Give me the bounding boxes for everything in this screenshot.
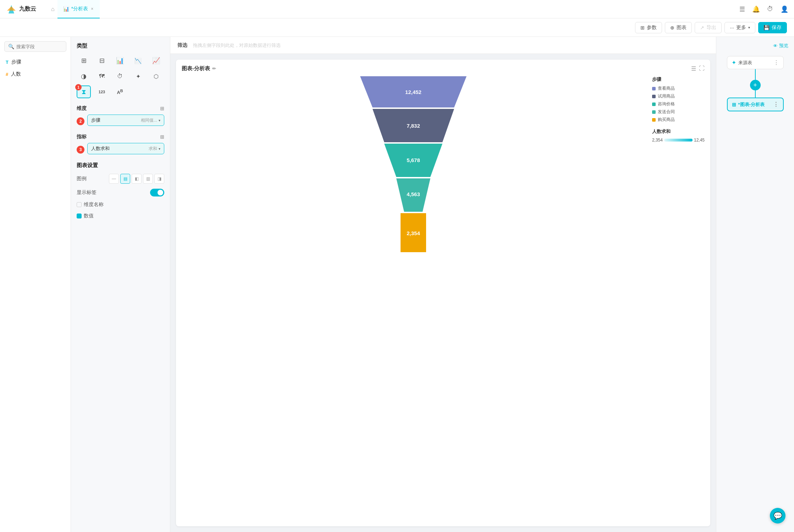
source-node[interactable]: ✦ 来源表 ⋮: [727, 56, 784, 69]
pie-icon: ◑: [81, 72, 87, 80]
svg-text:4,563: 4,563: [407, 191, 420, 197]
dim-dropdown-icon[interactable]: ▾: [159, 118, 160, 122]
chart-body: 12,452 7,832 5,678 4,563: [182, 76, 705, 261]
chart-legend: 步骤 查看商品 试用商品 咨询价格: [652, 76, 705, 143]
bell-icon[interactable]: 🔔: [752, 5, 760, 13]
legend-off-btn[interactable]: —: [109, 174, 119, 184]
source-label: 来源表: [738, 60, 752, 66]
chart-type-bubble[interactable]: ⬡: [149, 70, 163, 83]
show-label-toggle[interactable]: [150, 189, 164, 196]
bubble-icon: ⬡: [154, 73, 159, 80]
export-button[interactable]: ↗ 导出: [695, 22, 722, 33]
dim-field-agg: 相同值...: [141, 117, 157, 123]
value-checkbox[interactable]: [77, 214, 82, 218]
legend-gradient-bar: [664, 139, 693, 142]
bar-icon: 📊: [116, 57, 124, 65]
cross-table-icon: ⊟: [99, 57, 105, 65]
chart-type-bar-h[interactable]: 📉: [131, 54, 145, 67]
more-button[interactable]: ··· 更多 ▾: [724, 22, 755, 33]
filter-hint: 拖拽左侧字段到此处，对原始数据进行筛选: [193, 42, 281, 49]
metric-field-agg: 求和: [149, 146, 157, 152]
search-input[interactable]: [16, 44, 62, 49]
dimension-title: 维度: [77, 105, 87, 112]
step-badge-1: 1: [75, 84, 82, 90]
legend-top-btn[interactable]: ▤: [120, 174, 130, 184]
chat-icon: 💬: [773, 511, 782, 520]
chart-type-bar[interactable]: 📊: [113, 54, 127, 67]
legend-item-4: 购买商品: [652, 117, 705, 123]
metric-dropdown-icon[interactable]: ▾: [159, 147, 160, 151]
dimension-field-tag[interactable]: 步骤 相同值... ▾: [87, 115, 164, 126]
table-icon: ⊞: [81, 57, 87, 65]
legend-right-btn[interactable]: ◨: [154, 174, 164, 184]
field-panel: 🔍 T 步骤 # 人数: [0, 37, 71, 532]
metric-field-name: 人数求和: [91, 145, 110, 152]
search-icon: 🔍: [8, 44, 14, 49]
top-right-icons: ☰ 🔔 ⏱ 👤: [739, 5, 788, 13]
number-icon: 123: [99, 90, 105, 94]
chart-type-text[interactable]: AB: [113, 85, 127, 98]
chart-kebab-menu[interactable]: ⋮: [773, 101, 779, 108]
chart-type-cross-table[interactable]: ⊟: [95, 54, 109, 67]
step-badge-2: 2: [77, 117, 84, 125]
source-kebab-menu[interactable]: ⋮: [773, 59, 779, 66]
tab-bar: 📊 *分析表 ×: [57, 0, 100, 18]
dimension-header: 维度 ⊞: [77, 105, 164, 112]
step-badge-3: 3: [77, 146, 84, 154]
fullscreen-icon[interactable]: ⛶: [699, 65, 705, 72]
list-icon[interactable]: ☰: [691, 65, 696, 72]
chart-node-icon: ⊞: [732, 102, 736, 107]
funnel-chart: 12,452 7,832 5,678 4,563: [353, 76, 474, 261]
chart-type-funnel[interactable]: ⧗ 1: [77, 85, 91, 98]
legend-dot-1: [652, 95, 656, 98]
legend-item-1: 试用商品: [652, 93, 705, 99]
funnel-container: 12,452 7,832 5,678 4,563: [182, 76, 645, 261]
value-label: 数值: [84, 213, 94, 219]
more-icon: ···: [730, 25, 734, 31]
config-panel: 类型 ⊞ ⊟ 📊 📉 📈: [71, 37, 170, 532]
menu-icon[interactable]: ☰: [739, 5, 745, 13]
chart-type-line[interactable]: 📈: [149, 54, 163, 67]
chart-type-number[interactable]: 123: [95, 85, 109, 98]
metric-settings-icon[interactable]: ⊞: [160, 134, 164, 140]
clock-icon[interactable]: ⏱: [767, 5, 773, 13]
active-tab[interactable]: 📊 *分析表 ×: [57, 0, 100, 18]
field-item-count[interactable]: # 人数: [0, 68, 71, 80]
chart-type-map[interactable]: 🗺: [95, 70, 109, 83]
home-icon[interactable]: ⌂: [51, 6, 55, 12]
show-label-row: 显示标签: [77, 189, 164, 196]
legend-title: 步骤: [652, 76, 705, 83]
params-button[interactable]: ⊞ 参数: [635, 22, 662, 33]
dim-name-checkbox[interactable]: [77, 202, 82, 207]
chart-node[interactable]: ⊞ *图表-分析表 ⋮: [727, 98, 784, 111]
legend-left-btn[interactable]: ◧: [132, 174, 142, 184]
filter-bar: 筛选 拖拽左侧字段到此处，对原始数据进行筛选: [170, 37, 716, 54]
dim-field-right: 相同值... ▾: [141, 117, 160, 123]
chat-button[interactable]: 💬: [770, 508, 785, 523]
add-node-button[interactable]: +: [750, 80, 761, 90]
field-type-number-icon: #: [6, 72, 8, 77]
chart-type-gauge[interactable]: ⏱: [113, 70, 127, 83]
chart-type-table[interactable]: ⊞: [77, 54, 91, 67]
svg-text:12,452: 12,452: [405, 89, 421, 95]
preview-button[interactable]: 👁 预览: [773, 43, 788, 49]
user-icon[interactable]: 👤: [781, 5, 788, 13]
edit-title-icon[interactable]: ✏: [212, 66, 216, 71]
dimension-settings-icon[interactable]: ⊞: [160, 106, 164, 111]
chart-card: 图表-分析表 ✏ ☰ ⛶ 12,452: [176, 60, 710, 526]
search-box[interactable]: 🔍: [4, 41, 66, 52]
legend-label: 图例: [77, 176, 87, 182]
legend-bottom-btn[interactable]: ▥: [143, 174, 153, 184]
chart-type-pie[interactable]: ◑: [77, 70, 91, 83]
save-button[interactable]: 💾 保存: [758, 22, 787, 33]
field-item-steps[interactable]: T 步骤: [0, 56, 71, 68]
chart-type-scatter[interactable]: ✦: [131, 70, 145, 83]
gauge-icon: ⏱: [117, 73, 123, 79]
type-section-title: 类型: [77, 43, 164, 49]
chart-button[interactable]: ⊕ 图表: [665, 22, 692, 33]
main-layout: 🔍 T 步骤 # 人数 类型 ⊞ ⊟ 📊: [0, 37, 794, 532]
metric-title: 指标: [77, 134, 87, 140]
chart-type-grid: ⊞ ⊟ 📊 📉 📈 ◑ 🗺: [77, 54, 164, 98]
tab-close[interactable]: ×: [90, 6, 94, 12]
metric-field-tag[interactable]: 人数求和 求和 ▾: [87, 143, 164, 154]
